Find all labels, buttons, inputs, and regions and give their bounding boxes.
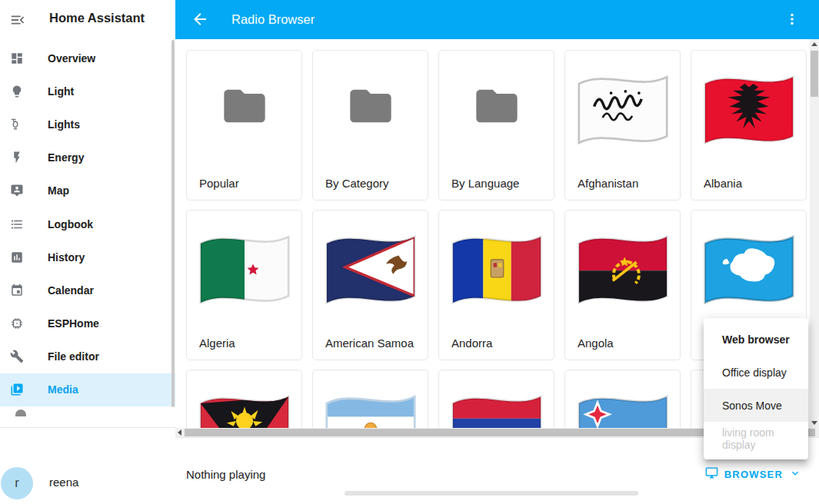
media-card-label: Popular xyxy=(199,177,239,190)
menu-open-icon[interactable] xyxy=(9,12,26,28)
app-title: Home Assistant xyxy=(49,11,145,25)
sidebar-item-label: Lights xyxy=(48,118,80,131)
sidebar-item-label: Calendar xyxy=(48,284,94,297)
media-card-albania[interactable]: Albania xyxy=(691,50,807,201)
wrench-icon xyxy=(10,350,24,363)
device-menu-item-label: Sonos Move xyxy=(722,400,782,412)
device-menu-item-sonos-move[interactable]: Sonos Move xyxy=(704,389,808,422)
memory-chip-icon xyxy=(10,317,24,330)
chart-box-icon xyxy=(10,250,24,264)
scroll-up-arrow-icon[interactable] xyxy=(811,42,817,46)
media-card-antigua_barbuda[interactable] xyxy=(186,370,302,437)
sidebar-item-label: Overview xyxy=(48,52,95,65)
sidebar-item-calendar[interactable]: Calendar xyxy=(0,274,175,307)
device-menu-item-label: Office display xyxy=(722,366,787,379)
outdoor-lamp-icon xyxy=(10,118,24,131)
vertical-scrollbar-thumb[interactable] xyxy=(811,51,818,97)
device-menu-item-living-room-display: living room display xyxy=(704,422,808,455)
sidebar-item-label: Energy xyxy=(48,151,84,164)
media-card-aruba[interactable] xyxy=(564,370,681,437)
page-title: Radio Browser xyxy=(231,12,315,27)
sidebar-item-notifications[interactable]: Notifications 1 xyxy=(0,432,175,466)
flash-icon xyxy=(10,151,24,164)
sidebar-item-energy[interactable]: Energy xyxy=(0,141,175,174)
media-target-button[interactable]: BROWSER xyxy=(705,466,801,482)
tooltip-account-icon xyxy=(10,184,24,197)
view-dashboard-icon xyxy=(10,51,24,65)
scroll-left-arrow-icon[interactable] xyxy=(178,429,181,436)
scroll-down-arrow-icon[interactable] xyxy=(811,421,817,425)
sidebar-item-label: Map xyxy=(48,184,69,197)
sidebar-header: Home Assistant xyxy=(0,0,175,40)
media-card-american-samoa[interactable]: American Samoa xyxy=(312,210,428,360)
algeria-flag-image xyxy=(194,226,295,312)
sidebar-item-profile[interactable]: r reena xyxy=(0,466,175,501)
media-card-label: By Language xyxy=(451,177,519,190)
sidebar-item-history[interactable]: History xyxy=(0,240,175,274)
vertical-scrollbar[interactable] xyxy=(810,39,819,428)
sidebar-item-light[interactable]: Light xyxy=(0,75,175,108)
sidebar-item-logbook[interactable]: Logbook xyxy=(0,207,175,240)
bottom-scrollbar-thumb[interactable] xyxy=(345,491,638,496)
calendar-icon xyxy=(10,284,24,297)
media-target-label: BROWSER xyxy=(724,469,783,480)
media-card-afghanistan[interactable]: Afghanistan xyxy=(564,50,681,201)
sidebar-item-media[interactable]: Media xyxy=(0,373,175,406)
sidebar-item-label: File editor xyxy=(48,350,99,363)
sidebar-item-lights[interactable]: Lights xyxy=(0,108,175,141)
folder-icon xyxy=(472,81,521,131)
device-menu-item-web-browser[interactable]: Web browser xyxy=(704,323,808,356)
chevron-down-icon xyxy=(789,467,801,482)
back-button[interactable] xyxy=(191,10,209,28)
media-card-label: American Samoa xyxy=(325,337,414,350)
media-card-popular[interactable]: Popular xyxy=(186,50,302,201)
device-menu-item-office-display[interactable]: Office display xyxy=(704,356,808,389)
media-card-label: By Category xyxy=(325,177,389,190)
sidebar-scrollbar-thumb[interactable] xyxy=(171,40,175,407)
media-card-andorra[interactable]: Andorra xyxy=(438,210,554,360)
antarctica-flag-image xyxy=(698,226,800,312)
andorra-flag-image xyxy=(446,226,548,312)
home-assistant-app: Home Assistant OverviewLightLightsEnergy… xyxy=(0,0,819,504)
sidebar-item-label: ESPHome xyxy=(48,317,99,330)
sidebar-item-map[interactable]: Map xyxy=(0,174,175,207)
sidebar-item-overview[interactable]: Overview xyxy=(0,41,175,75)
media-card-label: Algeria xyxy=(199,337,235,350)
media-card-by-language[interactable]: By Language xyxy=(438,50,554,201)
afghanistan-flag-image xyxy=(572,66,674,152)
american_samoa-flag-image xyxy=(320,226,421,312)
play-box-multiple-icon xyxy=(10,383,24,396)
angola-flag-image xyxy=(572,226,674,312)
albania-flag-image xyxy=(698,66,800,152)
now-playing-status: Nothing playing xyxy=(186,468,265,481)
overflow-menu-button[interactable] xyxy=(784,11,801,28)
media-player-dropdown: Web browserOffice displaySonos Movelivin… xyxy=(704,318,808,459)
sidebar-item-esphome[interactable]: ESPHome xyxy=(0,307,175,340)
media-card-angola[interactable]: Angola xyxy=(564,210,681,360)
sidebar-item-label: Logbook xyxy=(48,218,93,230)
sidebar-items: OverviewLightLightsEnergyMapLogbookHisto… xyxy=(0,41,175,406)
partial-item-icon xyxy=(15,410,26,416)
monitor-icon xyxy=(705,466,718,482)
media-card-label: Afghanistan xyxy=(578,177,638,190)
folder-icon xyxy=(220,81,269,131)
media-card-algeria[interactable]: Algeria xyxy=(186,210,302,360)
media-card-argentina[interactable] xyxy=(312,370,428,437)
folder-icon xyxy=(346,81,395,131)
sidebar-item-file-editor[interactable]: File editor xyxy=(0,340,175,373)
device-menu-item-label: living room display xyxy=(722,426,808,451)
media-card-label: Angola xyxy=(578,337,614,350)
lightbulb-icon xyxy=(10,85,24,98)
media-card-label: Andorra xyxy=(451,337,492,350)
avatar: r xyxy=(1,467,33,499)
device-menu-item-label: Web browser xyxy=(722,333,790,346)
media-card-armenia[interactable] xyxy=(438,370,554,437)
user-name: reena xyxy=(49,476,78,489)
sidebar-item-label: History xyxy=(48,251,85,264)
media-card-by-category[interactable]: By Category xyxy=(312,50,428,201)
media-card-label: Albania xyxy=(704,177,742,190)
format-list-bulleted-icon xyxy=(10,217,24,231)
app-header: Radio Browser xyxy=(175,0,819,39)
sidebar: Home Assistant OverviewLightLightsEnergy… xyxy=(0,0,175,504)
sidebar-divider xyxy=(0,427,175,428)
